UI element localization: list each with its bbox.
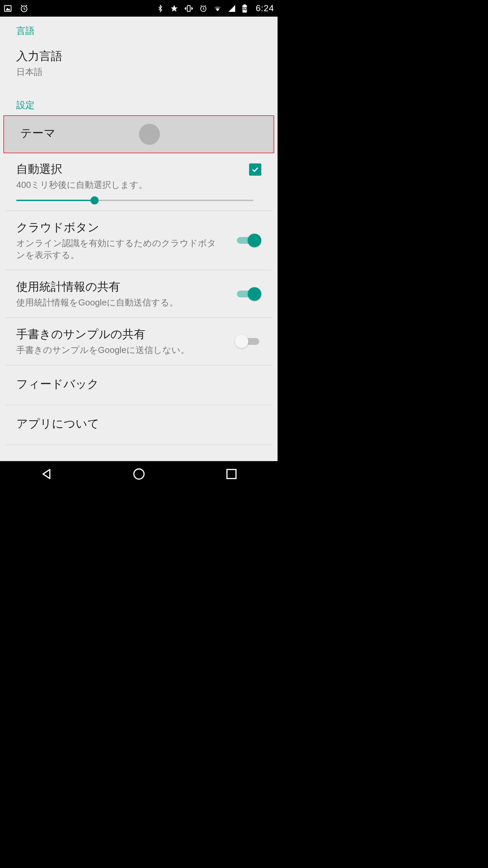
slider-thumb[interactable] xyxy=(90,196,99,204)
switch-thumb xyxy=(248,234,261,247)
alarm-icon xyxy=(20,4,28,13)
back-icon xyxy=(40,467,53,481)
input-language-row[interactable]: 入力言語 日本語 xyxy=(0,41,278,85)
status-left xyxy=(3,4,28,13)
cloud-button-switch[interactable] xyxy=(235,234,261,247)
feedback-title: フィードバック xyxy=(16,376,261,392)
settings-content: 言語 入力言語 日本語 設定 テーマ 自動選択 400ミリ秒後に自動選択します。 xyxy=(0,17,278,461)
recents-button[interactable] xyxy=(225,467,238,482)
check-icon xyxy=(251,165,260,174)
auto-select-title: 自動選択 xyxy=(16,161,249,177)
svg-marker-1 xyxy=(6,7,11,10)
cloud-button-subtitle: オンライン認識を有効にするためのクラウドボタンを表示する。 xyxy=(16,237,216,261)
theme-row[interactable]: テーマ xyxy=(3,115,274,153)
section-header-settings: 設定 xyxy=(0,85,278,115)
svg-marker-3 xyxy=(171,5,178,12)
usage-stats-subtitle: 使用統計情報をGoogleに自動送信する。 xyxy=(16,297,216,309)
svg-rect-4 xyxy=(187,5,190,11)
auto-select-checkbox[interactable] xyxy=(249,163,261,176)
navigation-bar xyxy=(0,461,278,488)
input-language-value: 日本語 xyxy=(16,66,261,78)
svg-rect-11 xyxy=(227,470,236,479)
wifi-icon xyxy=(214,4,222,13)
handwriting-share-switch[interactable] xyxy=(235,335,261,348)
battery-icon: 32 xyxy=(242,4,247,13)
handwriting-share-title: 手書きのサンプルの共有 xyxy=(16,327,228,342)
star-icon xyxy=(170,4,178,13)
switch-thumb xyxy=(235,335,248,348)
handwriting-share-row[interactable]: 手書きのサンプルの共有 手書きのサンプルをGoogleに送信しない。 xyxy=(0,318,278,365)
svg-marker-6 xyxy=(228,5,235,12)
divider xyxy=(5,445,272,445)
status-right: 32 6:24 xyxy=(157,3,274,14)
cell-signal-icon xyxy=(228,4,236,13)
home-button[interactable] xyxy=(132,467,146,482)
status-bar: 32 6:24 xyxy=(0,0,278,17)
usage-stats-switch[interactable] xyxy=(235,287,261,301)
cloud-button-title: クラウドボタン xyxy=(16,220,228,235)
back-button[interactable] xyxy=(40,467,53,482)
battery-level-label: 32 xyxy=(243,6,247,11)
handwriting-share-subtitle: 手書きのサンプルをGoogleに送信しない。 xyxy=(16,344,216,356)
svg-point-10 xyxy=(134,469,144,479)
input-language-title: 入力言語 xyxy=(16,48,261,64)
alarm-status-icon xyxy=(199,4,207,13)
svg-rect-8 xyxy=(244,4,246,5)
device-screen: 32 6:24 言語 入力言語 日本語 設定 テーマ 自動選択 400ミリ秒後に… xyxy=(0,0,278,488)
usage-stats-title: 使用統計情報の共有 xyxy=(16,279,228,295)
slider-fill xyxy=(16,200,95,201)
auto-select-row[interactable]: 自動選択 400ミリ秒後に自動選択します。 xyxy=(0,153,278,194)
feedback-row[interactable]: フィードバック xyxy=(0,366,278,405)
home-icon xyxy=(132,467,146,481)
section-header-language: 言語 xyxy=(0,17,278,41)
image-icon xyxy=(3,4,12,13)
status-clock: 6:24 xyxy=(256,3,274,14)
switch-thumb xyxy=(248,287,261,301)
recents-icon xyxy=(225,467,238,481)
vibrate-icon xyxy=(184,4,193,13)
bluetooth-icon xyxy=(157,5,164,12)
auto-select-slider[interactable] xyxy=(16,200,253,201)
usage-stats-row[interactable]: 使用統計情報の共有 使用統計情報をGoogleに自動送信する。 xyxy=(0,270,278,317)
cloud-button-row[interactable]: クラウドボタン オンライン認識を有効にするためのクラウドボタンを表示する。 xyxy=(0,211,278,270)
auto-select-slider-wrap xyxy=(0,194,278,211)
about-app-row[interactable]: アプリについて xyxy=(0,405,278,445)
touch-ripple-icon xyxy=(139,124,160,145)
about-app-title: アプリについて xyxy=(16,416,261,432)
auto-select-subtitle: 400ミリ秒後に自動選択します。 xyxy=(16,179,249,191)
